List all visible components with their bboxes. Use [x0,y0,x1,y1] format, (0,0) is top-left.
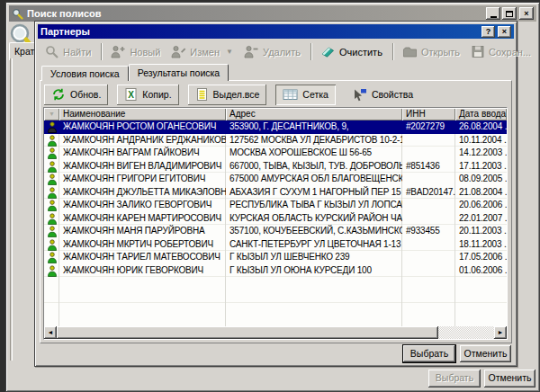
eraser-icon [320,45,336,58]
cell-inn [402,199,455,212]
table-row[interactable]: ЖАМКОЧЯН АНДРАНИК ЕРДЖАНИКОВИЧ127562 МОС… [44,134,507,147]
cell-inn [402,147,455,160]
dialog-help-button[interactable]: ? [482,26,495,38]
cell-address: 353900, Г. ДЕСАНТНИКОВ, 9, [226,120,402,134]
close-icon: × [524,10,528,18]
results-button-select-all[interactable]: Выдел.все [188,85,267,105]
results-label-properties: Свойства [372,89,413,100]
dialog-cancel-button[interactable]: Отменить [460,345,511,362]
scrollbar-thumb[interactable] [57,326,438,339]
cell-inn [402,134,455,147]
cell-date: 17.05.2006 ... [455,251,507,264]
table-row[interactable]: ЖАМКОЧЯН ГРИГОРИ ЕГИТОВИЧ675000 АМУРСКАЯ… [44,173,507,186]
cell-address: РЕСПУБЛИКА ТЫВА Г КЫЗЫЛ УЛ ЛОПСАЧА... [226,199,402,212]
cell-name: ЖАМКОЧЯН ДЖУЛЬЕТТА МИКАЭЛОВНА [59,186,226,200]
cell-inn [402,173,455,186]
table-header-inn[interactable]: ИНН [402,108,455,120]
table-header-address[interactable]: Адрес [226,108,402,120]
person-icon [44,264,59,278]
dialog-select-button[interactable]: Выбрать [403,345,455,362]
cell-date: 01.06.2006 ... [455,264,507,278]
person-icon [44,238,59,252]
table-row[interactable]: ЖАМКОЧЯН ТАРИЕЛ МАТЕВОСОВИЧГ КЫЗЫЛ УЛ ШЕ… [44,251,507,264]
toolbar-button-find: Найти [40,42,97,62]
results-label-refresh: Обнов. [70,89,101,100]
cell-name: ЖАМКОЧЯН АНДРАНИК ЕРДЖАНИКОВИЧ [59,134,226,147]
cell-date: 14.12.2003 ... [455,147,507,160]
dialog-title: Партнеры [40,26,482,37]
table-header-name[interactable]: Наименование [59,108,226,120]
cell-inn [402,212,455,226]
window-titlebar[interactable]: Поиск полисов × [9,5,536,22]
toolbar-button-clear[interactable]: Очистить [316,42,389,62]
cell-date: 20.06.2006 ... [455,199,507,212]
horizontal-scrollbar[interactable]: ◄ ► [44,326,507,339]
scroll-right-button[interactable]: ► [494,326,507,339]
toolbar-button-open: Открыть [398,42,466,62]
table-row[interactable]: ЖАМКОЧЯН ЗАЛИКО ГЕВОРГОВИЧРЕСПУБЛИКА ТЫВ… [44,199,507,212]
cell-inn: #BAD20147... [402,186,455,200]
cell-date: 20.11.2003 ... [455,225,507,238]
person-icon [44,225,59,238]
table-header: ▼ Наименование Адрес ИНН Дата ввода [44,108,507,120]
toolbar-button-delete: Удалить [239,42,307,62]
cell-inn [402,264,455,278]
results-panel: Обнов.XКопир.Выдел.всеСеткаСвойства ▼ На… [40,80,512,343]
minimize-button[interactable] [486,7,500,20]
table-row[interactable]: ЖАМКОЧЯН РОСТОМ ОГАНЕСОВИЧ353900, Г. ДЕС… [44,120,507,134]
dialog-toolbar: НайтиНовыйИзмен▼УдалитьОчиститьОткрытьСо… [38,40,514,63]
dialog-titlebar[interactable]: Партнеры ? × [38,24,514,39]
table-row[interactable]: ЖАМКОЧЯН МАНЯ ПАРУЙРОВНА357100, КОЧУБЕЕВ… [44,225,507,238]
window-cancel-button[interactable]: Отменить [484,370,536,388]
minimize-icon [490,16,497,18]
table-header-sort[interactable]: ▼ [44,108,59,120]
tab-conditions[interactable]: Условия поиска [41,66,129,81]
results-button-properties[interactable]: Свойства [345,85,420,105]
table-row[interactable]: ЖАМКОЧЯН КАРЕН МАРТИРОСОВИЧКУРСКАЯ ОБЛАС… [44,212,507,226]
person-add-icon [111,45,126,58]
person-icon [44,134,59,147]
screen: { "window": { "title": "Поиск полисов", … [0,0,540,392]
cell-name: ЖАМКОЧЯН МКРТИЧ РОБЕРТОВИЧ [59,238,226,252]
toolbar-label-edit: Измен [190,47,220,58]
dropdown-arrow-icon[interactable]: ▼ [226,48,233,56]
cell-date: 18.11.2003 ... [455,238,507,252]
results-label-grid: Сетка [302,89,328,100]
cell-inn: #2027279 [402,120,455,134]
table-row[interactable]: ЖАМКОЧЯН ЮРИК ГЕВОРКОВИЧГ КЫЗЫЛ УЛ ОЮНА … [44,264,507,278]
scroll-left-button[interactable]: ◄ [44,326,57,339]
maximize-icon [506,11,513,17]
results-button-copy[interactable]: XКопир. [117,85,178,105]
cell-date: 22.01.2007 ... [455,212,507,226]
cell-name: ЖАМКОЧЯН ВИГЕН ВЛАДИМИРОВИЧ [59,160,226,174]
results-button-refresh[interactable]: Обнов. [44,85,108,105]
cell-name: ЖАМКОЧЯН КАРЕН МАРТИРОСОВИЧ [59,212,226,226]
person-icon [44,160,59,174]
maximize-button[interactable] [502,7,517,20]
window-magnifier-icon [12,8,23,20]
toolbar-separator [101,43,103,60]
cell-address: Г КЫЗЫЛ УЛ ОЮНА КУРСЕДИ 100 [226,264,402,278]
toolbar-label-save: Сохран... [489,47,531,58]
toolbar-label-open: Открыть [421,47,460,58]
table-row[interactable]: ЖАМКОЧЯН МКРТИЧ РОБЕРТОВИЧСАНКТ-ПЕТЕРБУР… [44,238,507,252]
table-body: ЖАМКОЧЯН РОСТОМ ОГАНЕСОВИЧ353900, Г. ДЕС… [44,120,507,326]
table-row[interactable]: ЖАМКОЧЯН ВИГЕН ВЛАДИМИРОВИЧ667000, ТЫВА,… [44,160,507,174]
table-row[interactable]: ЖАМКОЧЯН ВАГРАМ ГАЙКОВИЧМОСКВА ХОРОШЕВСК… [44,147,507,160]
cell-address: 667000, ТЫВА, КЫЗЫЛ, ТУВ. ДОБРОВОЛЬЦЕ... [226,160,402,174]
toolbar-separator [310,43,312,60]
results-button-grid[interactable]: Сетка [275,85,336,105]
dialog-close-button[interactable]: × [498,26,511,38]
results-toolbar: Обнов.XКопир.Выдел.всеСеткаСвойства [44,84,508,105]
toolbar-separator [392,43,394,60]
cell-date: 10.11.2004 ... [455,134,507,147]
tab-results[interactable]: Результаты поиска [129,64,230,81]
cell-name: ЖАМКОЧЯН ГРИГОРИ ЕГИТОВИЧ [59,173,226,186]
cell-date: 26.08.2004 ... [455,120,507,134]
cell-name: ЖАМКОЧЯН ТАРИЕЛ МАТЕВОСОВИЧ [59,251,226,264]
close-button[interactable]: × [519,7,534,20]
table-header-date[interactable]: Дата ввода [455,108,507,120]
toolbar-label-clear: Очистить [339,47,382,58]
table-row[interactable]: ЖАМКОЧЯН ДЖУЛЬЕТТА МИКАЭЛОВНААБХАЗИЯ Г С… [44,186,507,200]
search-icon [45,45,59,59]
